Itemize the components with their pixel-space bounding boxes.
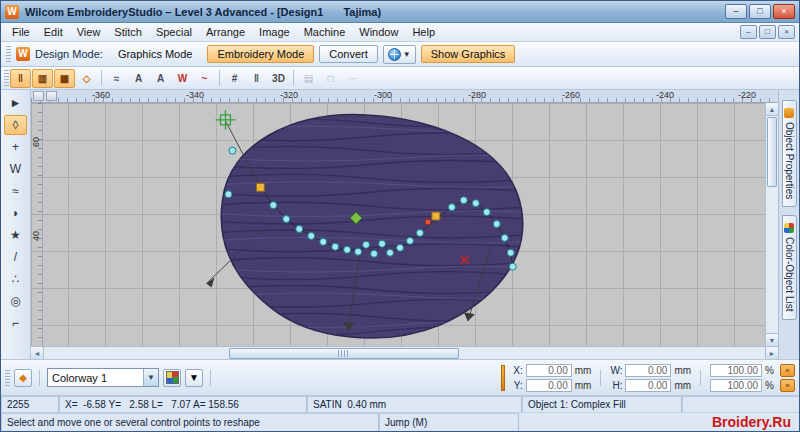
design-mode-label: Design Mode: bbox=[35, 48, 103, 60]
more-icon[interactable]: ⋯ bbox=[342, 69, 363, 88]
toolbar-separator bbox=[39, 370, 40, 386]
tab-color-object-list[interactable]: Color-Object List bbox=[782, 215, 797, 319]
shape-tool[interactable]: ◗ bbox=[4, 203, 27, 223]
mdi-minimize-button[interactable]: – bbox=[740, 25, 757, 39]
mdi-restore-button[interactable]: □ bbox=[759, 25, 776, 39]
grid-icon[interactable]: # bbox=[224, 69, 245, 88]
select-tool[interactable]: ► bbox=[4, 93, 27, 113]
toolbar-grip bbox=[6, 46, 11, 62]
scroll-up-icon[interactable]: ▲ bbox=[766, 103, 778, 116]
digitize-tool[interactable]: + bbox=[4, 137, 27, 157]
toolbar-separator bbox=[600, 370, 601, 386]
y-label: Y: bbox=[511, 380, 523, 391]
watermark-text: Broidery.Ru bbox=[704, 413, 799, 431]
colorway-more-icon[interactable]: ▼ bbox=[185, 369, 203, 387]
ruler-label: -260 bbox=[562, 90, 580, 100]
close-button[interactable]: × bbox=[773, 4, 795, 19]
y-field[interactable]: 0.00 bbox=[526, 379, 572, 392]
lettering-icon[interactable]: A bbox=[128, 69, 149, 88]
run-tool[interactable]: ≈ bbox=[4, 181, 27, 201]
stitch-edit-tool[interactable]: ∴ bbox=[4, 269, 27, 289]
monogram-icon[interactable]: W bbox=[172, 69, 193, 88]
x-field[interactable]: 0.00 bbox=[526, 364, 572, 377]
stitch-toolbar: ‖ ▥ ▦ ◇ ≈ A A W ~ # ‖ 3D ▤ □ ⋯ bbox=[1, 67, 799, 90]
mdi-close-button[interactable]: × bbox=[778, 25, 795, 39]
horizontal-scrollbar[interactable]: ◄ ► bbox=[31, 346, 778, 359]
maximize-button[interactable]: □ bbox=[749, 4, 771, 19]
knife-tool[interactable]: / bbox=[4, 247, 27, 267]
colorway-diamond-icon[interactable]: ◆ bbox=[14, 369, 32, 387]
toolbar-separator bbox=[293, 70, 294, 86]
tab-object-properties[interactable]: Object Properties bbox=[782, 100, 797, 207]
ruler-label: 40 bbox=[31, 231, 41, 241]
fields-scroll-left-icon[interactable]: « bbox=[780, 364, 795, 377]
toolbar-separator bbox=[219, 70, 220, 86]
menu-view[interactable]: View bbox=[70, 25, 108, 39]
embroidery-mode-button[interactable]: Embroidery Mode bbox=[207, 45, 314, 63]
scale-y-unit: % bbox=[765, 380, 774, 391]
pattern-fill-icon[interactable]: ▤ bbox=[298, 69, 319, 88]
globe-dropdown-icon[interactable]: ▼ bbox=[403, 50, 411, 59]
design-canvas[interactable]: 60 40 bbox=[31, 103, 765, 346]
scale-x-field[interactable]: 100.00 bbox=[710, 364, 762, 377]
ruler-label: -240 bbox=[656, 90, 674, 100]
scale-x-unit: % bbox=[765, 365, 774, 376]
lettering-baseline-icon[interactable]: A bbox=[150, 69, 171, 88]
star-tool[interactable]: ★ bbox=[4, 225, 27, 245]
menu-file[interactable]: File bbox=[5, 25, 37, 39]
menu-help[interactable]: Help bbox=[405, 25, 442, 39]
scroll-down-icon[interactable]: ▼ bbox=[766, 333, 778, 346]
colorway-dropdown-icon[interactable]: ▼ bbox=[143, 369, 158, 386]
fields-scroll-right-icon[interactable]: » bbox=[780, 379, 795, 392]
colorway-select[interactable]: Colorway 1 ▼ bbox=[47, 368, 159, 387]
zoom-tool[interactable]: ◎ bbox=[4, 291, 27, 311]
convert-button[interactable]: Convert bbox=[319, 45, 378, 63]
motif-stitch-icon[interactable]: ≈ bbox=[106, 69, 127, 88]
vertical-scrollbar[interactable]: ▲ ▼ bbox=[765, 103, 778, 346]
lettering-tool[interactable]: W bbox=[4, 159, 27, 179]
transform-fields: X: 0.00 mm Y: 0.00 mm W: 0.00 mm H: bbox=[501, 364, 795, 392]
menu-machine[interactable]: Machine bbox=[297, 25, 353, 39]
menu-window[interactable]: Window bbox=[352, 25, 405, 39]
menu-stitch[interactable]: Stitch bbox=[107, 25, 149, 39]
tatami-fill-icon[interactable]: ▦ bbox=[54, 69, 75, 88]
globe-icon bbox=[388, 48, 401, 61]
minimize-button[interactable]: – bbox=[725, 4, 747, 19]
ruler-label: -220 bbox=[738, 90, 756, 100]
scroll-right-icon[interactable]: ► bbox=[765, 347, 778, 359]
status-bar-prompt: Select and move one or several control p… bbox=[1, 412, 799, 431]
horizontal-ruler: -360 -340 -320 -300 -280 -260 -240 -220 bbox=[31, 90, 778, 103]
menu-special[interactable]: Special bbox=[149, 25, 199, 39]
toolbar-separator bbox=[700, 370, 701, 386]
colorway-colors-button[interactable] bbox=[163, 369, 181, 387]
h-field[interactable]: 0.00 bbox=[625, 379, 671, 392]
stitch-count: 2255 bbox=[1, 396, 59, 412]
y-unit: mm bbox=[575, 380, 592, 391]
scroll-left-icon[interactable]: ◄ bbox=[31, 347, 44, 359]
ruler-label: -360 bbox=[92, 90, 110, 100]
ruler-corner-buttons[interactable] bbox=[33, 91, 57, 101]
curve-stitch-icon[interactable]: ~ bbox=[194, 69, 215, 88]
menu-arrange[interactable]: Arrange bbox=[199, 25, 252, 39]
embroidery-object[interactable] bbox=[31, 103, 765, 346]
vertical-scroll-thumb[interactable] bbox=[767, 117, 777, 187]
measure-tool[interactable]: ⌐ bbox=[4, 313, 27, 333]
w-field[interactable]: 0.00 bbox=[625, 364, 671, 377]
hoop-globe-button[interactable]: ▼ bbox=[383, 45, 416, 64]
menu-edit[interactable]: Edit bbox=[37, 25, 70, 39]
satin-stitch-icon[interactable]: ▥ bbox=[32, 69, 53, 88]
ruler-label: -280 bbox=[468, 90, 486, 100]
menu-image[interactable]: Image bbox=[252, 25, 297, 39]
graphics-mode-button[interactable]: Graphics Mode bbox=[108, 45, 203, 63]
parallel-icon[interactable]: ‖ bbox=[246, 69, 267, 88]
horizontal-scroll-thumb[interactable] bbox=[229, 348, 459, 359]
run-stitch-icon[interactable]: ‖ bbox=[10, 69, 31, 88]
three-d-button[interactable]: 3D bbox=[268, 69, 289, 88]
tab-label: Object Properties bbox=[784, 122, 795, 199]
scale-y-field[interactable]: 100.00 bbox=[710, 379, 762, 392]
reshape-tool[interactable]: ◊ bbox=[4, 115, 27, 135]
show-graphics-button[interactable]: Show Graphics bbox=[421, 45, 516, 63]
canvas-column: -360 -340 -320 -300 -280 -260 -240 -220 … bbox=[31, 90, 778, 359]
zigzag-stitch-icon[interactable]: ◇ bbox=[76, 69, 97, 88]
outline-icon[interactable]: □ bbox=[320, 69, 341, 88]
